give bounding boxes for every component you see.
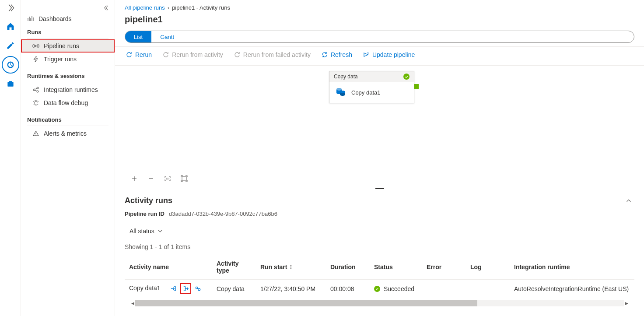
rerun-from-failed-label: Rerun from failed activity — [243, 51, 311, 58]
toolbar: Rerun Rerun from activity Rerun from fai… — [115, 46, 644, 66]
cell-integration-runtime: AutoResolveIntegrationRuntime (East US) — [510, 280, 634, 298]
activity-heading: Activity runs — [125, 196, 634, 205]
success-icon — [403, 74, 410, 80]
sidebar-dataflow-debug-label: Data flow debug — [44, 99, 88, 106]
count-line: Showing 1 - 1 of 1 items — [125, 243, 634, 250]
rerun-button[interactable]: Rerun — [125, 49, 153, 60]
database-icon — [336, 87, 346, 98]
status-text: Succeeded — [384, 285, 414, 292]
canvas-tools: 100 — [115, 171, 644, 188]
sidebar-alerts-metrics[interactable]: Alerts & metrics — [21, 127, 115, 140]
table-row[interactable]: Copy data1 — [125, 280, 634, 298]
svg-point-5 — [29, 17, 30, 18]
run-id-line: Pipeline run ID d3adadd7-032b-439e-9b87-… — [125, 211, 634, 217]
svg-point-16 — [336, 88, 342, 91]
col-run-start[interactable]: Run start — [256, 256, 326, 280]
view-toggle-list[interactable]: List — [125, 31, 151, 42]
svg-point-22 — [198, 288, 200, 291]
update-pipeline-button[interactable]: Update pipeline — [362, 49, 416, 60]
node-name-label: Copy data1 — [351, 89, 381, 96]
svg-rect-2 — [7, 82, 13, 87]
sidebar-alerts-metrics-label: Alerts & metrics — [44, 130, 87, 137]
rerun-from-activity-label: Rerun from activity — [172, 51, 223, 58]
col-duration[interactable]: Duration — [326, 256, 370, 280]
scroll-right-button[interactable]: ▶ — [624, 300, 629, 306]
cell-activity-name: Copy data1 — [125, 280, 212, 298]
col-error[interactable]: Error — [422, 256, 466, 280]
view-toggle-gantt[interactable]: Gantt — [151, 31, 183, 42]
zoom-in-button[interactable] — [131, 175, 138, 183]
col-activity-name[interactable]: Activity name — [125, 256, 212, 280]
cell-log — [466, 280, 510, 298]
output-icon[interactable] — [181, 284, 190, 293]
cell-activity-type: Copy data — [212, 280, 256, 298]
activity-name-text: Copy data1 — [129, 284, 161, 291]
input-icon[interactable] — [170, 285, 177, 292]
sidebar-section-notifications: Notifications — [21, 113, 115, 125]
activity-table: Activity name Activity type Run start Du… — [125, 256, 634, 298]
col-status[interactable]: Status — [370, 256, 422, 280]
refresh-button[interactable]: Refresh — [320, 49, 353, 60]
sidebar-dataflow-debug[interactable]: Data flow debug — [21, 96, 115, 109]
node-header: Copy data — [329, 71, 414, 82]
rail-author[interactable] — [3, 38, 18, 53]
svg-point-21 — [196, 287, 198, 289]
collapse-sidebar-button[interactable] — [102, 3, 112, 13]
cell-duration: 00:00:08 — [326, 280, 370, 298]
view-toggle: List Gantt — [125, 31, 634, 43]
pipeline-canvas[interactable]: Copy data Copy data1 100 — [115, 66, 644, 188]
breadcrumb: All pipeline runs › pipeline1 - Activity… — [115, 0, 644, 14]
sidebar-section-runs: Runs — [21, 25, 115, 37]
success-status-icon — [374, 286, 380, 292]
node-body: Copy data1 — [329, 82, 414, 103]
sort-icon — [289, 264, 294, 270]
col-activity-type[interactable]: Activity type — [212, 256, 256, 280]
rail-manage[interactable] — [3, 76, 18, 92]
cell-run-start: 1/27/22, 3:40:50 PM — [256, 280, 326, 298]
svg-text:100: 100 — [166, 177, 170, 180]
run-id-value: d3adadd7-032b-439e-9b87-0092c77ba6b6 — [169, 211, 277, 217]
svg-point-13 — [37, 91, 38, 92]
details-icon[interactable] — [195, 285, 201, 292]
rail-monitor[interactable] — [3, 57, 18, 73]
collapse-activity-button[interactable] — [626, 198, 632, 205]
breadcrumb-current: pipeline1 - Activity runs — [172, 4, 230, 11]
scroll-left-button[interactable]: ◀ — [130, 300, 135, 306]
svg-point-14 — [35, 102, 37, 104]
sidebar-pipeline-runs[interactable]: Pipeline runs — [21, 39, 115, 53]
svg-point-8 — [33, 18, 34, 18]
sidebar-pipeline-runs-label: Pipeline runs — [44, 42, 79, 49]
svg-point-12 — [37, 87, 38, 89]
sidebar-section-runtimes: Runtimes & sessions — [21, 69, 115, 81]
rail-home[interactable] — [3, 18, 18, 34]
canvas-node-copy-data[interactable]: Copy data Copy data1 — [329, 71, 414, 103]
svg-point-18 — [340, 91, 345, 93]
page-title: pipeline1 — [115, 14, 644, 31]
refresh-label: Refresh — [331, 51, 352, 58]
svg-rect-3 — [9, 81, 12, 82]
zoom-out-button[interactable] — [147, 175, 154, 183]
col-integration-runtime[interactable]: Integration runtime — [510, 256, 634, 280]
breadcrumb-root[interactable]: All pipeline runs — [125, 4, 165, 11]
node-type-label: Copy data — [334, 74, 358, 80]
svg-point-11 — [33, 89, 35, 91]
activity-runs-panel: Activity runs Pipeline run ID d3adadd7-0… — [115, 188, 644, 316]
rerun-from-failed-button: Rerun from failed activity — [233, 49, 312, 60]
horizontal-scrollbar[interactable]: ◀ ▶ — [135, 300, 624, 306]
status-filter-dropdown[interactable]: All status — [125, 225, 167, 237]
sidebar-dashboards[interactable]: Dashboards — [21, 12, 115, 25]
fullscreen-button[interactable] — [181, 175, 188, 183]
col-run-start-label: Run start — [260, 263, 287, 270]
zoom-fit-button[interactable]: 100 — [164, 175, 171, 183]
col-log[interactable]: Log — [466, 256, 510, 280]
sidebar-integration-runtimes[interactable]: Integration runtimes — [21, 83, 115, 96]
canvas-status-marker — [414, 84, 419, 89]
cell-status: Succeeded — [370, 280, 422, 298]
expand-rail-button[interactable] — [3, 3, 18, 13]
scrollbar-thumb[interactable] — [135, 300, 477, 306]
svg-rect-9 — [33, 45, 35, 47]
svg-point-7 — [32, 16, 32, 17]
sidebar-trigger-runs[interactable]: Trigger runs — [21, 53, 115, 66]
sidebar-dashboards-label: Dashboards — [38, 15, 72, 22]
sidebar-integration-runtimes-label: Integration runtimes — [44, 86, 98, 93]
